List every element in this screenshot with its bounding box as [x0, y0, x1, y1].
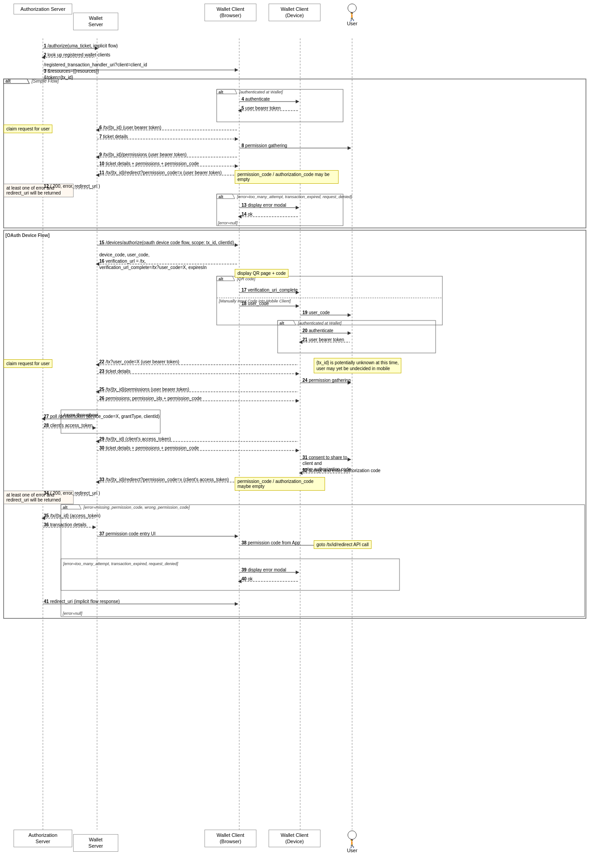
svg-marker-60	[93, 426, 96, 430]
actor-auth-server-bottom: AuthorizationServer	[14, 830, 72, 847]
svg-text:alt: alt	[218, 90, 223, 94]
msg-2: 2 look up registered wallet clients	[44, 52, 110, 57]
msg-13: 13 display error modal	[242, 203, 286, 208]
user-icon-body-bottom: 🚶	[339, 840, 366, 848]
msg-39: 39 display error modal	[242, 567, 286, 572]
actor-wallet-browser-top: Wallet Client(Browser)	[204, 4, 256, 21]
msg-19: 19 user_code	[302, 310, 330, 315]
svg-marker-115	[61, 505, 81, 509]
svg-rect-95	[217, 194, 343, 226]
svg-marker-62	[96, 440, 99, 443]
svg-marker-70	[96, 480, 99, 484]
svg-marker-20	[348, 146, 351, 150]
svg-marker-22	[96, 155, 99, 159]
actor-wallet-server-top-label: WalletServer	[88, 15, 103, 27]
svg-marker-10	[235, 68, 238, 72]
svg-marker-48	[96, 363, 99, 367]
note-display-qr: display QR page + code	[235, 269, 288, 278]
actor-wallet-device-top: Wallet Client(Device)	[269, 4, 321, 21]
svg-text:alt: alt	[218, 277, 223, 281]
msg-6: 6 /tx/{tx_id} (user bearer token)	[99, 125, 161, 130]
svg-text:alt: alt	[63, 505, 68, 510]
svg-marker-56	[296, 399, 299, 403]
svg-marker-34	[235, 243, 238, 247]
msg-8: 8 permission gathering	[242, 143, 287, 148]
actor-wallet-server-bottom: WalletServer	[73, 834, 118, 852]
svg-marker-14	[238, 109, 242, 112]
msg-29: 29 /tx/{tx_id} (client's access_token)	[99, 436, 171, 441]
svg-rect-108	[278, 320, 436, 353]
msg-5: 5 user bearer token	[242, 106, 281, 111]
arrows-svg: alt [Simple Flow] alt [authenticated at …	[0, 0, 590, 868]
svg-text:[error=null]: [error=null]	[62, 611, 83, 616]
msg-18: 18 user_code	[242, 301, 269, 306]
note-permission-empty-2: permission_code / authorization_code may…	[235, 477, 325, 491]
svg-rect-102	[217, 276, 442, 325]
user-label-top: User	[339, 21, 366, 26]
msg-7: 7 ticket details	[99, 134, 128, 139]
svg-marker-109	[278, 320, 296, 325]
actor-wallet-browser-top-label: Wallet Client(Browser)	[217, 6, 244, 18]
svg-marker-18	[235, 137, 238, 141]
msg-38: 38 permission code from App	[242, 540, 300, 545]
msg-1: 1 /authorize(uma_ticket, implicit flow)	[44, 43, 118, 48]
msg-41: 41 redirect_uri (implicit flow response)	[44, 599, 120, 604]
svg-marker-64	[296, 449, 299, 452]
msg-17: 17 verification_uri_complete	[242, 288, 298, 292]
svg-marker-92	[217, 89, 237, 94]
svg-rect-87	[4, 79, 586, 228]
user-icon-body: 🚶	[339, 13, 366, 21]
svg-text:[error=missing_permission_code: [error=missing_permission_code, wrong_pe…	[83, 505, 190, 510]
svg-marker-24	[235, 164, 238, 168]
actor-wallet-browser-bottom-label: Wallet Client(Browser)	[217, 832, 244, 844]
user-icon-circle	[348, 4, 357, 13]
msg-11: 11 /tx/{tx_id}/redirect?permission_code=…	[99, 170, 222, 175]
svg-marker-68	[299, 471, 302, 475]
svg-text:[error=too_many_attempt, trans: [error=too_many_attempt, transaction_exp…	[63, 562, 178, 566]
msg-34: 34 ( 200, error, redirect_uri )	[44, 491, 100, 496]
diagram-container: alt [Simple Flow] alt [authenticated at …	[0, 0, 590, 868]
svg-marker-30	[296, 206, 299, 209]
svg-marker-12	[296, 100, 299, 103]
svg-text:[error=null]: [error=null]	[218, 221, 238, 225]
msg-21: 21 user bearer token	[302, 337, 344, 342]
svg-marker-103	[217, 276, 235, 281]
svg-text:[OAuth Device Flow]: [OAuth Device Flow]	[5, 233, 50, 238]
msg-12: 12 ( 200, error, redirect_uri )	[44, 184, 100, 189]
msg-16: device_code, user_code, 16 verification_…	[99, 252, 207, 271]
svg-rect-118	[61, 559, 400, 590]
actor-wallet-device-top-label: Wallet Client(Device)	[281, 6, 308, 18]
msg-9: 9 /tx/{tx_id}/permissions (user bearer t…	[99, 152, 186, 157]
msg-10: 10 ticket details + permissions + permis…	[99, 161, 199, 166]
note-goto-redirect: goto /tx/id/redirect API call	[314, 540, 372, 549]
actor-auth-server-top: Authorization Server	[14, 4, 72, 14]
svg-text:[authenticated at Wallet]: [authenticated at Wallet]	[239, 90, 283, 94]
actor-wallet-server-bottom-label: WalletServer	[88, 837, 103, 849]
svg-marker-84	[238, 580, 242, 583]
msg-30: 30 ticket details + permissions + permis…	[99, 446, 199, 450]
actor-auth-server-bottom-label: AuthorizationServer	[28, 832, 57, 844]
actor-user-bottom: 🚶 User	[339, 831, 366, 853]
svg-marker-96	[217, 194, 235, 199]
svg-marker-26	[96, 173, 99, 177]
actor-auth-server-top-label: Authorization Server	[20, 6, 65, 12]
svg-rect-114	[61, 505, 585, 617]
msg-23: 23 ticket details	[99, 369, 130, 374]
svg-text:[error=too_many_attempt, trans: [error=too_many_attempt, transaction_exp…	[237, 195, 352, 199]
msg-14: 14 ok	[242, 212, 252, 217]
actor-wallet-device-bottom-label: Wallet Client(Device)	[281, 832, 308, 844]
svg-marker-16	[96, 128, 99, 132]
svg-marker-44	[348, 331, 351, 335]
svg-marker-76	[93, 525, 96, 529]
svg-marker-78	[235, 534, 238, 538]
svg-marker-46	[299, 340, 302, 344]
svg-text:[authenticated at Wallet]: [authenticated at Wallet]	[297, 321, 342, 325]
msg-15: 15 /devices/authorize(oauth device code …	[99, 240, 234, 245]
msg-27: 27 poll /device/token (device_code=X, gr…	[44, 414, 160, 419]
msg-40: 40 ok	[242, 576, 252, 581]
msg-26: 26 permissions: permission_ids + permiss…	[99, 396, 202, 401]
actor-wallet-server-top: WalletServer	[73, 13, 118, 30]
svg-text:alt: alt	[5, 79, 11, 84]
msg-4: 4 authenticate	[242, 97, 270, 102]
note-permission-empty-1: permission_code / authorization_code may…	[235, 170, 339, 184]
